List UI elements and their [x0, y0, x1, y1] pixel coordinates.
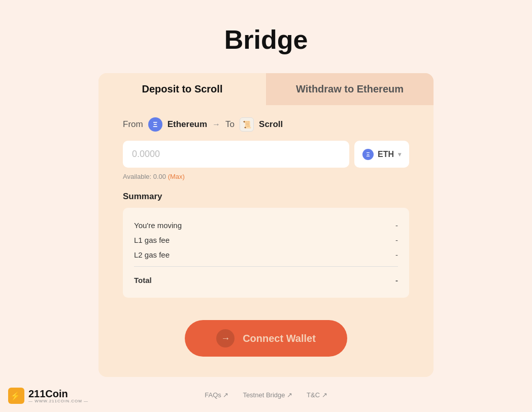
scroll-chain-icon: 📜 [240, 117, 254, 132]
from-to-row: From Ξ Ethereum → To 📜 Scroll [123, 117, 409, 132]
bridge-card: Deposit to Scroll Withdraw to Ethereum F… [98, 73, 434, 377]
tc-link[interactable]: T&C ↗ [307, 391, 327, 399]
summary-row-moving: You're moving - [134, 218, 398, 233]
tab-deposit[interactable]: Deposit to Scroll [98, 73, 266, 105]
svg-text:⚡: ⚡ [10, 391, 20, 401]
from-label: From [123, 119, 143, 130]
summary-total-value: - [395, 276, 398, 284]
from-chain-name: Ethereum [168, 119, 207, 130]
ethereum-chain-icon: Ξ [148, 117, 162, 132]
available-label: Available: [123, 173, 151, 180]
card-body: From Ξ Ethereum → To 📜 Scroll Ξ ETH ▾ Av… [98, 105, 434, 316]
summary-row-l1gas: L1 gas fee - [134, 233, 398, 247]
token-symbol-label: ETH [378, 150, 394, 159]
summary-box: You're moving - L1 gas fee - L2 gas fee … [123, 208, 409, 298]
amount-input[interactable] [123, 141, 349, 168]
token-selector-button[interactable]: Ξ ETH ▾ [354, 141, 409, 168]
summary-moving-value: - [395, 221, 398, 230]
summary-row-l2gas: L2 gas fee - [134, 247, 398, 262]
chevron-down-icon: ▾ [398, 151, 401, 158]
connect-wallet-button[interactable]: → Connect Wallet [185, 320, 347, 357]
to-label: To [225, 119, 235, 130]
max-link[interactable]: (Max) [168, 173, 185, 180]
tab-bar: Deposit to Scroll Withdraw to Ethereum [98, 73, 434, 105]
connect-btn-wrapper: → Connect Wallet [98, 320, 434, 357]
to-chain-name: Scroll [259, 119, 283, 130]
logo-icon: ⚡ [8, 388, 24, 404]
summary-l1gas-value: - [395, 236, 398, 244]
input-row: Ξ ETH ▾ [123, 141, 409, 168]
connect-wallet-label: Connect Wallet [243, 333, 316, 344]
tab-withdraw[interactable]: Withdraw to Ethereum [266, 73, 434, 105]
summary-total-label: Total [134, 276, 152, 284]
summary-row-total: Total - [134, 271, 398, 288]
summary-title: Summary [123, 192, 409, 202]
faqs-link[interactable]: FAQs ↗ [205, 391, 228, 399]
summary-section: Summary You're moving - L1 gas fee - L2 … [123, 192, 409, 298]
summary-l1gas-label: L1 gas fee [134, 236, 170, 244]
summary-moving-label: You're moving [134, 221, 182, 230]
summary-l2gas-label: L2 gas fee [134, 250, 170, 259]
testnet-bridge-link[interactable]: Testnet Bridge ↗ [243, 391, 292, 399]
available-row: Available: 0.00 (Max) [123, 173, 409, 180]
summary-divider [134, 266, 398, 267]
logo-area: ⚡ 211Coin — WWW.211COIN.COM — [8, 388, 88, 404]
logo-text: 211Coin — WWW.211COIN.COM — [28, 388, 88, 404]
direction-arrow-icon: → [212, 120, 220, 129]
logo-name: 211Coin [28, 388, 88, 399]
available-value: 0.00 [153, 173, 166, 180]
summary-l2gas-value: - [395, 250, 398, 259]
logo-sub: — WWW.211COIN.COM — [28, 399, 88, 404]
token-eth-icon: Ξ [362, 149, 374, 160]
page-title: Bridge [0, 0, 532, 55]
connect-arrow-icon: → [216, 329, 235, 347]
